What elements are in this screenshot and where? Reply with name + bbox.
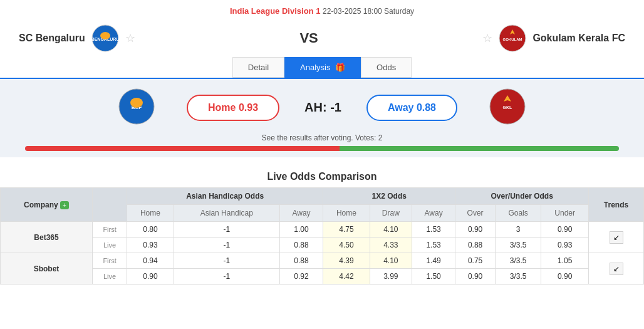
vote-bar: [25, 146, 619, 151]
trend-button[interactable]: ↙: [610, 263, 623, 275]
match-date: 22-03-2025 18:00 Saturday: [323, 7, 414, 16]
ah-hcap-val: -1: [174, 253, 279, 269]
svg-point-2: [100, 32, 110, 39]
home-vote-button[interactable]: Home 0.93: [187, 95, 279, 121]
ah-home-header: Home: [127, 205, 174, 222]
x2-home-val: 4.39: [323, 253, 370, 269]
ah-hcap-header: Asian Handicap: [174, 205, 279, 222]
ou-over-header: Over: [455, 205, 496, 222]
row-type: Live: [92, 238, 127, 253]
tab-odds[interactable]: Odds: [361, 57, 412, 78]
x2-away-val: 1.53: [412, 238, 455, 253]
row-type: First: [92, 253, 127, 269]
company-name: Bet365: [1, 222, 93, 253]
ou-goals-header: Goals: [495, 205, 541, 222]
ou-over-val: 0.75: [455, 253, 496, 269]
x2-draw-val: 4.10: [370, 253, 412, 269]
away-team-name: Gokulam Kerala FC: [532, 33, 625, 44]
table-row: Live 0.90 -1 0.92 4.42 3.99 1.50 0.90 3/…: [1, 269, 644, 285]
x2-away-header: Away: [412, 205, 455, 222]
ou-over-val: 0.88: [455, 238, 496, 253]
tab-detail[interactable]: Detail: [232, 57, 284, 78]
ou-goals-val: 3/3.5: [495, 253, 541, 269]
teams-section: SC Bengaluru BENGALURU ☆ VS ☆ GOKULAM Go…: [0, 19, 644, 57]
away-team-block: ☆ GOKULAM Gokulam Kerala FC: [482, 24, 625, 52]
ah-home-val: 0.93: [127, 238, 174, 253]
x2-draw-header: Draw: [370, 205, 412, 222]
ah-away-header: Away: [279, 205, 323, 222]
trend-cell: ↙: [589, 222, 644, 253]
votes-text: See the results after voting. Votes: 2: [13, 133, 631, 142]
ou-over-val: 0.90: [455, 222, 496, 238]
comparison-title: Live Odds Comparison: [0, 164, 644, 187]
odds-comparison-section: Live Odds Comparison Company + Asian Han…: [0, 157, 644, 291]
ah-away-val: 0.88: [279, 253, 323, 269]
gift-icon: 🎁: [335, 63, 345, 72]
x2-away-val: 1.53: [412, 222, 455, 238]
ah-home-val: 0.94: [127, 253, 174, 269]
x2-home-header: Home: [323, 205, 370, 222]
ah-hcap-val: -1: [174, 269, 279, 285]
table-row: Sbobet First 0.94 -1 0.88 4.39 4.10 1.49…: [1, 253, 644, 269]
ou-under-header: Under: [541, 205, 589, 222]
trends-header: Trends: [589, 188, 644, 222]
ou-goals-val: 3/3.5: [495, 269, 541, 285]
svg-point-8: [130, 98, 143, 108]
ah-away-val: 0.88: [279, 238, 323, 253]
row-type: Live: [92, 269, 127, 285]
odds-table: Company + Asian Handicap Odds 1X2 Odds O…: [0, 187, 644, 285]
home-team-name: SC Bengaluru: [19, 33, 85, 44]
ah-home-val: 0.90: [127, 269, 174, 285]
row-type: First: [92, 222, 127, 238]
ah-away-val: 1.00: [279, 222, 323, 238]
x2-draw-val: 3.99: [370, 269, 412, 285]
trend-button[interactable]: ↙: [610, 231, 623, 244]
home-team-logo: BENGALURU: [91, 24, 119, 52]
x2-odds-header: 1X2 Odds: [323, 188, 455, 205]
company-name: Sbobet: [1, 253, 93, 285]
company-header: Company +: [1, 188, 93, 222]
ou-goals-val: 3/3.5: [495, 238, 541, 253]
ou-odds-header: Over/Under Odds: [455, 188, 589, 205]
x2-home-val: 4.50: [323, 238, 370, 253]
away-team-logo: GOKULAM: [499, 24, 526, 52]
x2-home-val: 4.42: [323, 269, 370, 285]
ah-home-val: 0.80: [127, 222, 174, 238]
away-vote-button[interactable]: Away 0.88: [366, 95, 457, 121]
ah-label: AH: -1: [304, 100, 341, 115]
analysis-content: BCF Home 0.93 AH: -1 Away 0.88 GKL: [13, 88, 631, 127]
analysis-away-logo: GKL: [489, 88, 526, 127]
home-favorite-star[interactable]: ☆: [125, 31, 135, 45]
ah-odds-header: Asian Handicap Odds: [127, 188, 323, 205]
x2-away-val: 1.50: [412, 269, 455, 285]
analysis-panel: BCF Home 0.93 AH: -1 Away 0.88 GKL See t…: [0, 79, 644, 157]
ou-under-val: 0.90: [541, 222, 589, 238]
type-header: [92, 188, 127, 222]
x2-away-val: 1.49: [412, 253, 455, 269]
ou-under-val: 0.93: [541, 238, 589, 253]
vote-bar-away: [340, 146, 619, 151]
x2-draw-val: 4.33: [370, 238, 412, 253]
ou-goals-val: 3: [495, 222, 541, 238]
svg-text:GOKULAM: GOKULAM: [503, 38, 522, 41]
vote-bar-home: [25, 146, 340, 151]
ou-under-val: 0.90: [541, 269, 589, 285]
home-team-block: SC Bengaluru BENGALURU ☆: [19, 24, 135, 52]
ah-hcap-val: -1: [174, 222, 279, 238]
x2-home-val: 4.75: [323, 222, 370, 238]
ou-over-val: 0.90: [455, 269, 496, 285]
ah-away-val: 0.92: [279, 269, 323, 285]
league-name[interactable]: India League Division 1: [230, 6, 320, 16]
tab-analysis[interactable]: Analysis 🎁: [284, 57, 361, 78]
ou-under-val: 1.05: [541, 253, 589, 269]
away-favorite-star[interactable]: ☆: [482, 31, 492, 45]
match-header: India League Division 1 22-03-2025 18:00…: [0, 0, 644, 19]
ah-hcap-val: -1: [174, 238, 279, 253]
add-company-button[interactable]: +: [60, 201, 69, 209]
trend-cell: ↙: [589, 253, 644, 285]
table-group-header-row: Company + Asian Handicap Odds 1X2 Odds O…: [1, 188, 644, 205]
x2-draw-val: 4.10: [370, 222, 412, 238]
analysis-home-logo: BCF: [118, 88, 155, 127]
table-row: Live 0.93 -1 0.88 4.50 4.33 1.53 0.88 3/…: [1, 238, 644, 253]
tabs-bar: Detail Analysis 🎁 Odds: [0, 57, 644, 79]
